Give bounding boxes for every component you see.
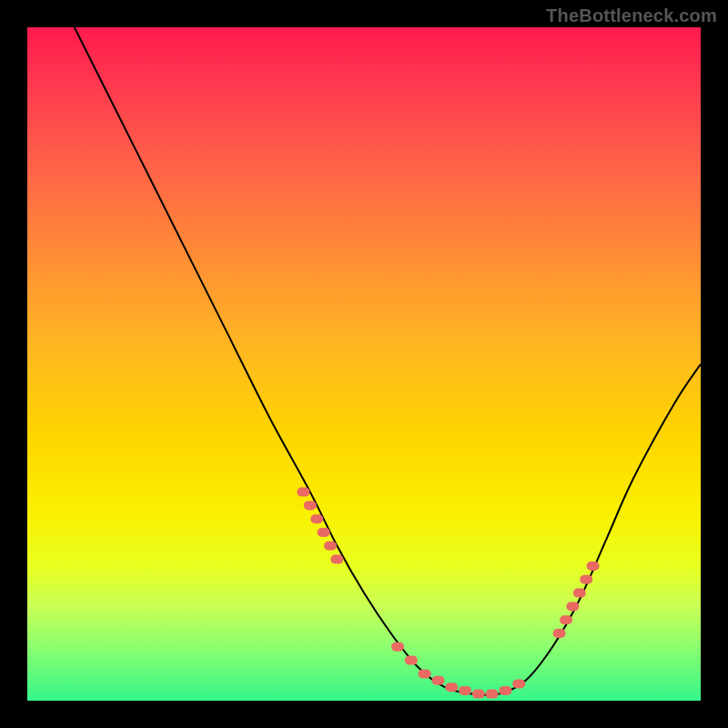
data-marker: [297, 488, 309, 497]
data-marker: [324, 541, 337, 551]
data-marker: [419, 669, 431, 678]
data-marker: [459, 686, 471, 695]
data-marker: [560, 615, 572, 624]
bottleneck-curve-chart: [0, 0, 728, 728]
data-marker: [330, 555, 343, 564]
data-marker: [573, 589, 586, 598]
marker-layer: [297, 488, 599, 699]
bottleneck-curve: [75, 27, 701, 695]
data-marker: [310, 514, 323, 523]
data-marker: [486, 690, 499, 699]
curve-layer: [75, 27, 701, 695]
data-marker: [304, 500, 317, 510]
data-marker: [512, 680, 525, 689]
data-marker: [405, 656, 418, 665]
data-marker: [587, 561, 600, 571]
data-marker: [318, 528, 330, 537]
data-marker: [580, 575, 592, 584]
data-marker: [499, 686, 511, 695]
data-marker: [472, 690, 485, 699]
data-marker: [566, 602, 579, 611]
data-marker: [445, 682, 458, 692]
data-marker: [553, 629, 566, 638]
data-marker: [431, 676, 444, 685]
data-marker: [391, 642, 404, 652]
